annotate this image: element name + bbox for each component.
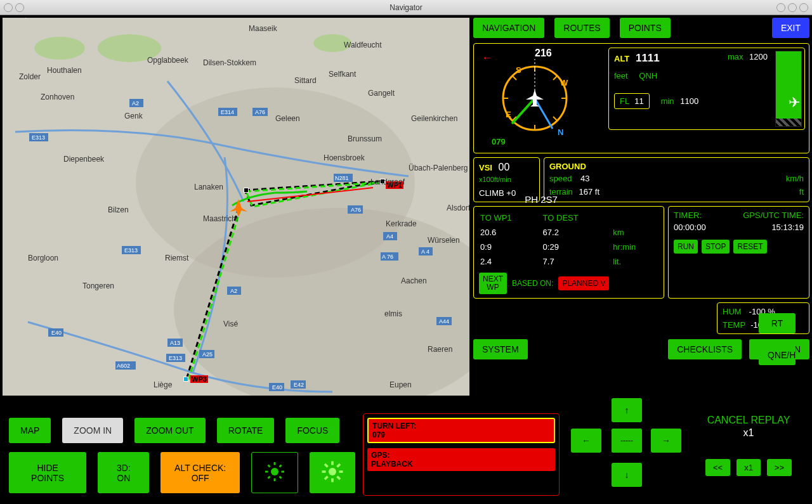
alt-max-label: max [728, 52, 743, 61]
svg-point-5 [313, 34, 351, 52]
routes-button[interactable]: ROUTES [554, 18, 609, 38]
svg-line-54 [553, 117, 557, 120]
flight-level-field[interactable]: FL 11 [614, 93, 650, 109]
timer-panel: TIMER: GPS/UTC TIME: 00:00:00 15:13:19 R… [668, 206, 809, 299]
svg-line-61 [535, 98, 553, 129]
waypoint-handle[interactable] [380, 179, 385, 184]
three-d-toggle[interactable]: 3D: ON [98, 452, 149, 493]
checklists-button[interactable]: CHECKLISTS [668, 339, 742, 359]
window-btn-b[interactable] [788, 3, 797, 12]
svg-text:E313: E313 [32, 134, 45, 141]
window-min-icon[interactable] [15, 3, 24, 12]
altitude-panel: ALT 1111 max 1200 feet QNH FL 11 [608, 48, 805, 130]
waypoint-handle[interactable] [244, 188, 249, 193]
exit-button[interactable]: EXIT [772, 18, 809, 38]
rt-button[interactable]: RT [759, 313, 796, 333]
zoom-out-button[interactable]: ZOOM OUT [134, 418, 205, 443]
zoom-in-button[interactable]: ZOOM IN [62, 418, 123, 443]
system-button[interactable]: SYSTEM [473, 339, 528, 359]
pan-right-button[interactable]: → [651, 429, 681, 453]
compass-rose-icon: S W E N [484, 48, 586, 143]
distance-panel: TO WP1 TO DEST 20.667.2km 0:90:29hr:min … [473, 206, 664, 299]
alt-min-label: min [661, 96, 674, 106]
gps-time-value: 15:13:19 [771, 223, 804, 232]
brightness-down-button[interactable] [251, 452, 298, 493]
stop-button[interactable]: STOP [702, 240, 730, 254]
svg-text:W: W [560, 78, 568, 87]
waypoint-handle[interactable] [183, 377, 188, 382]
map-controls: MAP ZOOM IN ZOOM OUT ROTATE FOCUS HIDE P… [9, 418, 355, 502]
svg-text:E313: E313 [169, 355, 182, 361]
qneh-button[interactable]: QNE/H [759, 345, 796, 365]
pan-dpad: ↑ ← ----- → ↓ [570, 398, 683, 487]
hide-points-button[interactable]: HIDE POINTS [9, 452, 86, 493]
svg-point-63 [271, 468, 278, 475]
instrument-panel: ← 216 S W E N [473, 43, 809, 153]
rotate-button[interactable]: ROTATE [217, 418, 275, 443]
replay-controls: CANCEL REPLAY x1 << x1 >> [693, 415, 804, 476]
svg-text:A2: A2 [230, 288, 237, 294]
replay-speed-label: x1 [693, 427, 804, 439]
gps-alert: GPS: PLAYBACK [367, 448, 555, 471]
reset-button[interactable]: RESET [733, 240, 766, 254]
alert-panel: TURN LEFT: 079 GPS: PLAYBACK [363, 413, 560, 496]
alt-label: ALT [614, 54, 629, 63]
replay-rewind-button[interactable]: << [705, 459, 730, 476]
turn-alert: TURN LEFT: 079 [367, 418, 555, 443]
svg-text:S: S [516, 65, 521, 75]
window-titlebar: Navigator [0, 0, 812, 15]
replay-forward-button[interactable]: >> [767, 459, 792, 476]
alt-check-toggle[interactable]: ALT CHECK: OFF [160, 452, 240, 493]
svg-text:N: N [558, 127, 563, 137]
svg-point-4 [34, 37, 85, 60]
svg-point-3 [98, 34, 161, 62]
svg-text:A76: A76 [351, 207, 361, 213]
replay-speed-button[interactable]: x1 [737, 459, 761, 476]
speed-value: 43 [580, 174, 589, 183]
planned-v-button[interactable]: PLANNED V [558, 276, 609, 290]
navigation-button[interactable]: NAVIGATION [473, 18, 544, 38]
pan-left-button[interactable]: ← [571, 429, 601, 453]
alt-value: 1111 [636, 52, 660, 64]
svg-line-60 [512, 98, 535, 124]
vsi-value: 00 [499, 162, 510, 172]
focus-button[interactable]: FOCUS [285, 418, 339, 443]
svg-line-70 [280, 465, 282, 467]
waypoint-label-wp1: WP1 [386, 181, 403, 189]
window-close-icon[interactable] [4, 3, 13, 12]
svg-text:E40: E40 [272, 384, 282, 391]
svg-text:E313: E313 [124, 247, 138, 254]
window-btn-a[interactable] [776, 3, 785, 12]
map-button[interactable]: MAP [9, 418, 51, 443]
vsi-unit: x100ft/min [479, 176, 534, 183]
svg-text:A 4: A 4 [421, 249, 429, 255]
compass: ← 216 S W E N [478, 48, 605, 149]
svg-text:N281: N281 [335, 175, 349, 181]
svg-text:E314: E314 [221, 109, 234, 115]
top-nav-row: NAVIGATION ROUTES POINTS EXIT [473, 18, 809, 38]
brightness-up-button[interactable] [310, 452, 355, 493]
altitude-bar: ✈ [775, 51, 802, 127]
svg-text:A2: A2 [132, 100, 139, 107]
alt-unit: feet [614, 71, 628, 81]
sun-bright-icon [321, 460, 344, 483]
run-button[interactable]: RUN [674, 240, 698, 254]
points-button[interactable]: POINTS [620, 18, 671, 38]
pan-down-button[interactable]: ↓ [612, 463, 642, 487]
cancel-replay-label[interactable]: CANCEL REPLAY [693, 415, 804, 426]
pan-up-button[interactable]: ↑ [612, 398, 642, 422]
window-btn-c[interactable] [799, 3, 808, 12]
svg-text:E40: E40 [51, 330, 62, 336]
svg-line-51 [513, 76, 516, 80]
next-wp-button[interactable]: NEXT WP [479, 273, 507, 294]
svg-line-77 [325, 464, 328, 467]
svg-text:A602: A602 [117, 363, 130, 369]
plane-icon: ✈ [789, 94, 800, 111]
timer-value: 00:00:00 [674, 223, 706, 232]
callsign-label: PH 2S7 [478, 194, 605, 205]
svg-text:A44: A44 [439, 318, 449, 325]
waypoint-label-wp3: WP3 [190, 375, 208, 383]
svg-line-69 [280, 477, 282, 479]
svg-text:E42: E42 [294, 382, 304, 388]
map-view[interactable]: E313 A2 E314 A76 E313 E40 A2 A13 E313 A2… [3, 18, 469, 396]
